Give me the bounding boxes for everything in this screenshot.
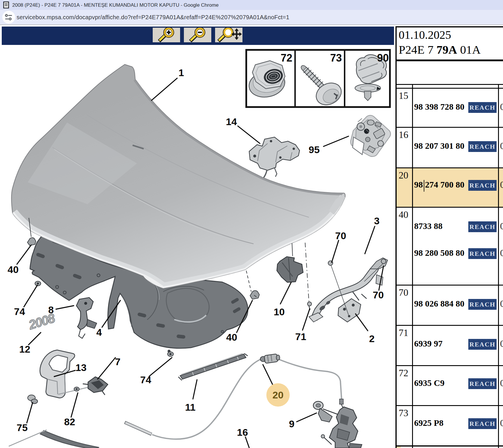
svg-text:95: 95 xyxy=(309,144,320,155)
svg-text:2: 2 xyxy=(369,333,375,344)
svg-text:4: 4 xyxy=(96,327,102,338)
svg-text:11: 11 xyxy=(185,402,196,413)
svg-text:73: 73 xyxy=(330,52,342,64)
svg-text:16: 16 xyxy=(237,427,248,438)
svg-text:40: 40 xyxy=(226,332,237,343)
svg-text:9: 9 xyxy=(289,418,295,429)
svg-text:90: 90 xyxy=(377,52,389,64)
svg-text:13: 13 xyxy=(75,362,87,373)
svg-text:74: 74 xyxy=(14,306,25,317)
svg-text:40: 40 xyxy=(8,264,19,275)
svg-text:72: 72 xyxy=(281,52,292,64)
svg-text:70: 70 xyxy=(335,230,346,241)
svg-text:70: 70 xyxy=(373,289,384,300)
svg-text:14: 14 xyxy=(226,116,237,127)
svg-text:20: 20 xyxy=(272,389,284,400)
svg-text:7: 7 xyxy=(115,356,121,367)
svg-text:82: 82 xyxy=(64,416,75,427)
svg-text:1: 1 xyxy=(179,67,184,78)
svg-text:74: 74 xyxy=(140,374,151,385)
svg-text:12: 12 xyxy=(19,344,30,355)
svg-text:3: 3 xyxy=(374,215,380,226)
svg-text:10: 10 xyxy=(274,306,285,317)
svg-text:8: 8 xyxy=(48,304,54,315)
svg-text:71: 71 xyxy=(295,331,306,342)
svg-text:75: 75 xyxy=(17,422,28,433)
